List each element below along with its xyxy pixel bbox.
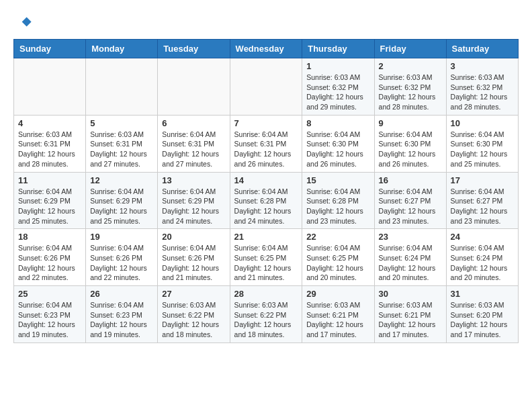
calendar-week-3: 11Sunrise: 6:04 AM Sunset: 6:29 PM Dayli… xyxy=(14,172,519,229)
day-number: 16 xyxy=(379,175,442,185)
day-header-thursday: Thursday xyxy=(302,40,374,58)
day-header-tuesday: Tuesday xyxy=(158,40,230,58)
calendar-header-row: SundayMondayTuesdayWednesdayThursdayFrid… xyxy=(14,40,519,58)
day-number: 26 xyxy=(90,289,153,299)
day-number: 5 xyxy=(90,118,153,128)
day-number: 28 xyxy=(234,289,298,299)
calendar-cell: 20Sunrise: 6:04 AM Sunset: 6:26 PM Dayli… xyxy=(158,229,230,286)
day-number: 19 xyxy=(90,232,153,242)
calendar-cell: 4Sunrise: 6:03 AM Sunset: 6:31 PM Daylig… xyxy=(14,115,86,172)
logo-icon xyxy=(13,13,32,32)
day-info: Sunrise: 6:04 AM Sunset: 6:29 PM Dayligh… xyxy=(18,187,81,226)
day-info: Sunrise: 6:04 AM Sunset: 6:31 PM Dayligh… xyxy=(234,130,298,169)
calendar-cell: 27Sunrise: 6:03 AM Sunset: 6:22 PM Dayli… xyxy=(158,286,230,343)
calendar-cell: 9Sunrise: 6:04 AM Sunset: 6:30 PM Daylig… xyxy=(374,115,446,172)
calendar-week-2: 4Sunrise: 6:03 AM Sunset: 6:31 PM Daylig… xyxy=(14,115,519,172)
day-info: Sunrise: 6:04 AM Sunset: 6:30 PM Dayligh… xyxy=(306,130,369,169)
day-info: Sunrise: 6:04 AM Sunset: 6:25 PM Dayligh… xyxy=(234,243,298,283)
day-info: Sunrise: 6:04 AM Sunset: 6:30 PM Dayligh… xyxy=(451,130,514,169)
day-info: Sunrise: 6:03 AM Sunset: 6:22 PM Dayligh… xyxy=(234,300,298,340)
day-header-saturday: Saturday xyxy=(446,40,518,58)
day-info: Sunrise: 6:04 AM Sunset: 6:31 PM Dayligh… xyxy=(162,130,225,169)
calendar-cell: 1Sunrise: 6:03 AM Sunset: 6:32 PM Daylig… xyxy=(302,58,374,116)
day-number: 13 xyxy=(162,175,225,185)
day-info: Sunrise: 6:04 AM Sunset: 6:30 PM Dayligh… xyxy=(379,130,442,169)
day-info: Sunrise: 6:04 AM Sunset: 6:28 PM Dayligh… xyxy=(306,187,369,226)
calendar-cell: 28Sunrise: 6:03 AM Sunset: 6:22 PM Dayli… xyxy=(230,286,302,343)
day-info: Sunrise: 6:04 AM Sunset: 6:24 PM Dayligh… xyxy=(451,243,514,283)
day-number: 24 xyxy=(451,232,514,242)
calendar-cell: 7Sunrise: 6:04 AM Sunset: 6:31 PM Daylig… xyxy=(230,115,302,172)
day-header-friday: Friday xyxy=(374,40,446,58)
calendar-cell xyxy=(86,58,158,116)
calendar: SundayMondayTuesdayWednesdayThursdayFrid… xyxy=(13,39,519,343)
day-number: 25 xyxy=(18,289,81,299)
calendar-week-4: 18Sunrise: 6:04 AM Sunset: 6:26 PM Dayli… xyxy=(14,229,519,286)
day-number: 9 xyxy=(379,118,442,128)
day-info: Sunrise: 6:03 AM Sunset: 6:32 PM Dayligh… xyxy=(306,73,369,112)
calendar-cell: 2Sunrise: 6:03 AM Sunset: 6:32 PM Daylig… xyxy=(374,58,446,116)
day-info: Sunrise: 6:03 AM Sunset: 6:31 PM Dayligh… xyxy=(18,130,81,169)
calendar-cell: 16Sunrise: 6:04 AM Sunset: 6:27 PM Dayli… xyxy=(374,172,446,229)
calendar-cell: 11Sunrise: 6:04 AM Sunset: 6:29 PM Dayli… xyxy=(14,172,86,229)
calendar-cell: 15Sunrise: 6:04 AM Sunset: 6:28 PM Dayli… xyxy=(302,172,374,229)
day-info: Sunrise: 6:04 AM Sunset: 6:24 PM Dayligh… xyxy=(379,243,442,283)
day-number: 11 xyxy=(18,175,81,185)
logo xyxy=(13,13,35,32)
day-info: Sunrise: 6:03 AM Sunset: 6:32 PM Dayligh… xyxy=(451,73,514,112)
day-header-wednesday: Wednesday xyxy=(230,40,302,58)
calendar-cell: 25Sunrise: 6:04 AM Sunset: 6:23 PM Dayli… xyxy=(14,286,86,343)
header xyxy=(13,13,519,32)
day-header-sunday: Sunday xyxy=(14,40,86,58)
day-info: Sunrise: 6:04 AM Sunset: 6:25 PM Dayligh… xyxy=(306,243,369,283)
calendar-cell: 22Sunrise: 6:04 AM Sunset: 6:25 PM Dayli… xyxy=(302,229,374,286)
day-info: Sunrise: 6:04 AM Sunset: 6:29 PM Dayligh… xyxy=(90,187,153,226)
calendar-cell: 13Sunrise: 6:04 AM Sunset: 6:29 PM Dayli… xyxy=(158,172,230,229)
calendar-cell: 21Sunrise: 6:04 AM Sunset: 6:25 PM Dayli… xyxy=(230,229,302,286)
day-number: 20 xyxy=(162,232,225,242)
calendar-cell: 19Sunrise: 6:04 AM Sunset: 6:26 PM Dayli… xyxy=(86,229,158,286)
calendar-cell: 5Sunrise: 6:03 AM Sunset: 6:31 PM Daylig… xyxy=(86,115,158,172)
day-number: 17 xyxy=(451,175,514,185)
calendar-cell xyxy=(230,58,302,116)
calendar-cell: 31Sunrise: 6:03 AM Sunset: 6:20 PM Dayli… xyxy=(446,286,518,343)
calendar-cell: 26Sunrise: 6:04 AM Sunset: 6:23 PM Dayli… xyxy=(86,286,158,343)
day-info: Sunrise: 6:03 AM Sunset: 6:22 PM Dayligh… xyxy=(162,300,225,340)
calendar-cell: 23Sunrise: 6:04 AM Sunset: 6:24 PM Dayli… xyxy=(374,229,446,286)
day-info: Sunrise: 6:04 AM Sunset: 6:27 PM Dayligh… xyxy=(379,187,442,226)
svg-marker-0 xyxy=(22,17,32,27)
day-number: 30 xyxy=(379,289,442,299)
day-number: 1 xyxy=(306,61,369,71)
day-number: 31 xyxy=(451,289,514,299)
day-info: Sunrise: 6:04 AM Sunset: 6:23 PM Dayligh… xyxy=(18,300,81,340)
calendar-cell: 10Sunrise: 6:04 AM Sunset: 6:30 PM Dayli… xyxy=(446,115,518,172)
calendar-cell xyxy=(14,58,86,116)
day-number: 15 xyxy=(306,175,369,185)
calendar-cell: 18Sunrise: 6:04 AM Sunset: 6:26 PM Dayli… xyxy=(14,229,86,286)
day-number: 4 xyxy=(18,118,81,128)
day-number: 21 xyxy=(234,232,298,242)
day-info: Sunrise: 6:03 AM Sunset: 6:32 PM Dayligh… xyxy=(379,73,442,112)
day-number: 2 xyxy=(379,61,442,71)
day-info: Sunrise: 6:04 AM Sunset: 6:27 PM Dayligh… xyxy=(451,187,514,226)
day-info: Sunrise: 6:03 AM Sunset: 6:21 PM Dayligh… xyxy=(379,300,442,340)
calendar-cell: 17Sunrise: 6:04 AM Sunset: 6:27 PM Dayli… xyxy=(446,172,518,229)
calendar-cell: 24Sunrise: 6:04 AM Sunset: 6:24 PM Dayli… xyxy=(446,229,518,286)
calendar-cell xyxy=(158,58,230,116)
day-number: 8 xyxy=(306,118,369,128)
day-info: Sunrise: 6:04 AM Sunset: 6:26 PM Dayligh… xyxy=(18,243,81,283)
day-number: 18 xyxy=(18,232,81,242)
day-header-monday: Monday xyxy=(86,40,158,58)
day-number: 3 xyxy=(451,61,514,71)
day-info: Sunrise: 6:04 AM Sunset: 6:29 PM Dayligh… xyxy=(162,187,225,226)
day-info: Sunrise: 6:03 AM Sunset: 6:21 PM Dayligh… xyxy=(306,300,369,340)
day-number: 6 xyxy=(162,118,225,128)
calendar-cell: 14Sunrise: 6:04 AM Sunset: 6:28 PM Dayli… xyxy=(230,172,302,229)
day-info: Sunrise: 6:04 AM Sunset: 6:26 PM Dayligh… xyxy=(162,243,225,283)
calendar-week-5: 25Sunrise: 6:04 AM Sunset: 6:23 PM Dayli… xyxy=(14,286,519,343)
day-number: 10 xyxy=(451,118,514,128)
calendar-cell: 3Sunrise: 6:03 AM Sunset: 6:32 PM Daylig… xyxy=(446,58,518,116)
day-info: Sunrise: 6:03 AM Sunset: 6:20 PM Dayligh… xyxy=(451,300,514,340)
calendar-week-1: 1Sunrise: 6:03 AM Sunset: 6:32 PM Daylig… xyxy=(14,58,519,116)
day-number: 27 xyxy=(162,289,225,299)
